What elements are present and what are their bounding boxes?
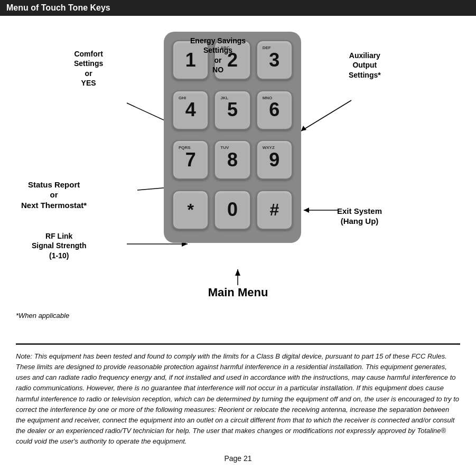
when-applicable-text: *When applicable: [16, 312, 69, 319]
label-when-applicable: *When applicable: [16, 312, 69, 321]
note-text: Note: This equipment has been tested and…: [16, 351, 460, 447]
key-5[interactable]: JKL 5: [214, 90, 250, 130]
digit-hash: #: [269, 201, 279, 218]
digit-6: 6: [269, 100, 279, 119]
exit-text: Exit System (Hang Up): [337, 206, 382, 226]
label-main-menu: Main Menu: [208, 285, 268, 300]
svg-line-4: [301, 100, 351, 131]
label-energy: Energy Savings Settings or NO: [190, 26, 246, 74]
key-9[interactable]: WXYZ 9: [256, 140, 293, 180]
main-menu-text: Main Menu: [208, 286, 268, 299]
key-0[interactable]: 0: [214, 190, 250, 230]
label-status: Status Report or Next Thermostat*: [21, 169, 87, 210]
digit-5: 5: [227, 100, 238, 119]
digit-9: 9: [269, 151, 279, 170]
label-rf: RF Link Signal Strength (1-10): [32, 222, 86, 260]
key-hash[interactable]: #: [256, 190, 293, 230]
digit-7: 7: [185, 151, 196, 170]
sub-mno: MNO: [263, 96, 273, 100]
diagram-area: 1 ABC 2 DEF 3 GHI 4 JKL 5 MNO 6: [0, 16, 476, 343]
sub-wxyz: WXYZ: [263, 145, 275, 150]
label-auxiliary: Auxiliary Output Settings*: [349, 41, 381, 80]
digit-star: *: [187, 201, 193, 218]
key-4[interactable]: GHI 4: [172, 90, 209, 130]
sub-ghi: GHI: [179, 96, 186, 100]
note-section: Note: This equipment has been tested and…: [0, 345, 476, 454]
energy-text: Energy Savings Settings or NO: [190, 36, 246, 74]
key-3[interactable]: DEF 3: [256, 40, 293, 80]
digit-0: 0: [227, 200, 238, 219]
key-star[interactable]: *: [172, 190, 209, 230]
page-num-text: Page 21: [224, 454, 251, 463]
page-number: Page 21: [0, 454, 476, 468]
key-7[interactable]: PQRS 7: [172, 140, 209, 180]
digit-4: 4: [185, 100, 196, 119]
page-header: Menu of Touch Tone Keys: [0, 0, 476, 16]
label-comfort: Comfort Settings or YES: [74, 40, 103, 88]
key-8[interactable]: TUV 8: [214, 140, 250, 180]
label-exit: Exit System (Hang Up): [337, 195, 382, 227]
status-text: Status Report or Next Thermostat*: [21, 180, 87, 210]
sub-pqrs: PQRS: [179, 145, 191, 150]
rf-text: RF Link Signal Strength (1-10): [32, 232, 86, 259]
header-title: Menu of Touch Tone Keys: [6, 3, 110, 12]
comfort-text: Comfort Settings or YES: [74, 50, 103, 87]
sub-jkl: JKL: [220, 96, 228, 100]
digit-8: 8: [227, 151, 238, 170]
key-6[interactable]: MNO 6: [256, 90, 293, 130]
sub-tuv: TUV: [220, 145, 229, 150]
auxiliary-text: Auxiliary Output Settings*: [349, 51, 381, 79]
sub-def: DEF: [263, 45, 271, 50]
digit-3: 3: [269, 51, 279, 70]
